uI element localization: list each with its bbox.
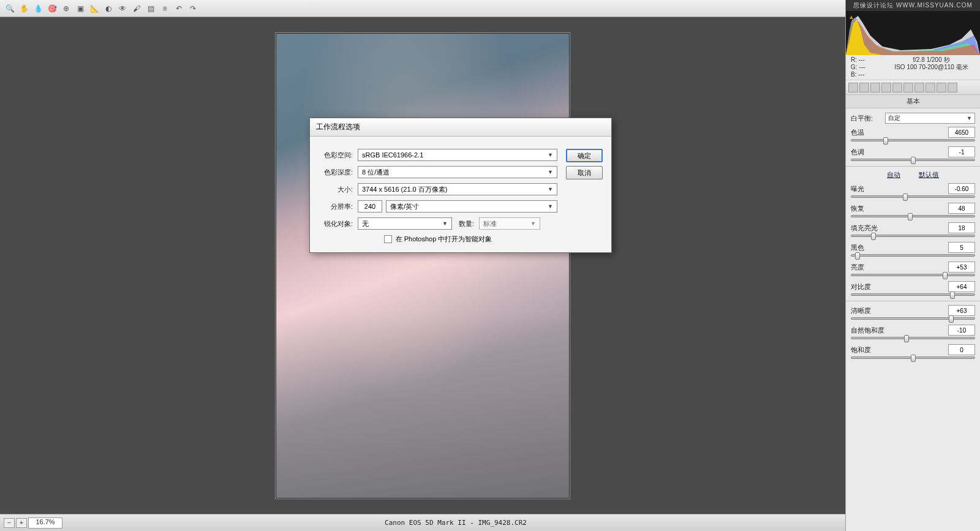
panel-tabs: [846, 80, 980, 95]
spot-removal-icon[interactable]: ◐: [102, 2, 115, 15]
redeye-tool-icon[interactable]: 👁: [116, 2, 129, 15]
rotate-ccw-icon[interactable]: ↶: [173, 2, 185, 15]
tab-detail-icon[interactable]: [870, 83, 880, 92]
tab-lens-icon[interactable]: [903, 83, 913, 92]
smart-object-checkbox[interactable]: [384, 235, 392, 243]
rgb-g: G: ---: [851, 64, 888, 71]
tint-slider[interactable]: [851, 159, 975, 161]
tab-basic-icon[interactable]: [848, 83, 858, 92]
ok-button[interactable]: 确定: [566, 149, 603, 162]
bottom-bar: − + 16.7% Canon EOS 5D Mark II - IMG_942…: [0, 514, 845, 531]
slider-label: 自然饱和度: [851, 326, 884, 335]
zoom-in-button[interactable]: +: [16, 518, 27, 528]
size-select[interactable]: 3744 x 5616 (21.0 百万像素)▼: [358, 183, 557, 195]
color-space-select[interactable]: sRGB IEC61966-2.1▼: [358, 149, 557, 161]
slider-填充亮光[interactable]: [851, 235, 975, 237]
slider-黑色[interactable]: [851, 254, 975, 257]
slider-input-对比度[interactable]: [948, 281, 975, 292]
size-label: 大小:: [318, 185, 358, 194]
zoom-tool-icon[interactable]: 🔍: [4, 2, 16, 15]
watermark-bar: 思缘设计论坛 WWW.MISSYUAN.COM: [846, 0, 980, 11]
tab-hsl-icon[interactable]: [881, 83, 891, 92]
tool-icons-group: 🔍 ✋ 💧 🎯 ⊕ ▣ 📐 ◐ 👁 🖌 ▤ ≡ ↶ ↷: [4, 2, 199, 15]
slider-input-曝光[interactable]: [948, 183, 975, 194]
slider-label: 对比度: [851, 282, 871, 292]
slider-饱和度[interactable]: [851, 356, 975, 359]
depth-select[interactable]: 8 位/通道▼: [358, 166, 557, 178]
hand-tool-icon[interactable]: ✋: [18, 2, 30, 15]
slider-input-黑色[interactable]: [948, 242, 975, 253]
slider-曝光[interactable]: [851, 195, 975, 198]
exif-aperture-shutter: f/2.8 1/200 秒: [888, 56, 975, 64]
clip-warning-shadows-icon[interactable]: ▲: [847, 12, 856, 21]
tint-input[interactable]: [948, 146, 975, 157]
zoom-controls: − + 16.7%: [0, 518, 66, 529]
slider-input-亮度[interactable]: [948, 262, 975, 273]
slider-input-自然饱和度[interactable]: [948, 325, 975, 336]
slider-label: 清晰度: [851, 306, 871, 315]
grad-filter-icon[interactable]: ▤: [145, 2, 157, 15]
canvas-area: [0, 17, 845, 514]
tab-snapshots-icon[interactable]: [948, 83, 957, 92]
tab-presets-icon[interactable]: [937, 83, 946, 92]
wb-label: 白平衡:: [851, 114, 885, 123]
color-space-label: 色彩空间:: [318, 151, 358, 160]
color-sampler-icon[interactable]: 🎯: [46, 2, 58, 15]
slider-清晰度[interactable]: [851, 317, 975, 320]
workflow-options-dialog: 工作流程选项 色彩空间: sRGB IEC61966-2.1▼ 色彩深度: 8 …: [309, 118, 612, 253]
slider-亮度[interactable]: [851, 274, 975, 276]
rgb-b: B: ---: [851, 71, 888, 78]
cancel-button[interactable]: 取消: [566, 166, 603, 179]
rgb-r: R: ---: [851, 56, 888, 64]
exif-iso-lens: ISO 100 70-200@110 毫米: [888, 64, 975, 71]
zoom-level-input[interactable]: 16.7%: [28, 518, 62, 529]
auto-link[interactable]: 自动: [887, 170, 900, 179]
temp-label: 色温: [851, 128, 864, 137]
straighten-tool-icon[interactable]: 📐: [88, 2, 100, 15]
slider-label: 曝光: [851, 184, 864, 194]
temp-input[interactable]: [948, 127, 975, 138]
zoom-out-button[interactable]: −: [4, 518, 15, 528]
target-adjust-icon[interactable]: ⊕: [60, 2, 72, 15]
slider-label: 亮度: [851, 263, 864, 272]
depth-label: 色彩深度:: [318, 168, 358, 177]
temp-slider[interactable]: [851, 139, 975, 141]
res-unit-select[interactable]: 像素/英寸▼: [386, 200, 557, 213]
exif-info: R: --- G: --- B: --- f/2.8 1/200 秒 ISO 1…: [846, 55, 980, 80]
default-link[interactable]: 默认值: [919, 170, 939, 179]
wb-tool-icon[interactable]: 💧: [32, 2, 44, 15]
slider-label: 饱和度: [851, 345, 871, 355]
tab-calib-icon[interactable]: [925, 83, 935, 92]
file-info-link[interactable]: Canon EOS 5D Mark II - IMG_9428.CR2: [66, 519, 845, 527]
dialog-title: 工作流程选项: [310, 118, 611, 137]
slider-label: 恢复: [851, 204, 864, 213]
res-label: 分辨率:: [318, 202, 358, 211]
smart-object-label: 在 Photoshop 中打开为智能对象: [396, 235, 492, 244]
preview-image[interactable]: [276, 33, 570, 499]
slider-input-饱和度[interactable]: [948, 344, 975, 355]
tint-label: 色调: [851, 148, 864, 157]
tab-fx-icon[interactable]: [914, 83, 924, 92]
tab-curve-icon[interactable]: [859, 83, 869, 92]
slider-input-清晰度[interactable]: [948, 305, 975, 316]
res-input[interactable]: [358, 200, 382, 213]
top-toolbar: 🔍 ✋ 💧 🎯 ⊕ ▣ 📐 ◐ 👁 🖌 ▤ ≡ ↶ ↷ ✓ 预览 ⛶: [0, 0, 980, 17]
slider-label: 黑色: [851, 243, 864, 252]
prefs-icon[interactable]: ≡: [159, 2, 171, 15]
wb-select[interactable]: 自定▼: [885, 113, 975, 124]
crop-tool-icon[interactable]: ▣: [74, 2, 86, 15]
tab-split-icon[interactable]: [892, 83, 902, 92]
histogram[interactable]: ▲: [846, 11, 980, 55]
rotate-cw-icon[interactable]: ↷: [187, 2, 199, 15]
adjust-brush-icon[interactable]: 🖌: [130, 2, 143, 15]
slider-input-填充亮光[interactable]: [948, 222, 975, 233]
panel-title: 基本: [846, 95, 980, 108]
slider-对比度[interactable]: [851, 293, 975, 296]
sharpen-select[interactable]: 无▼: [358, 217, 452, 230]
slider-自然饱和度[interactable]: [851, 337, 975, 339]
sharpen-label: 锐化对象:: [318, 219, 358, 228]
slider-恢复[interactable]: [851, 215, 975, 217]
slider-label: 填充亮光: [851, 224, 878, 233]
right-panel: 思缘设计论坛 WWW.MISSYUAN.COM ▲ R: --- G: --- …: [845, 0, 980, 531]
slider-input-恢复[interactable]: [948, 203, 975, 214]
